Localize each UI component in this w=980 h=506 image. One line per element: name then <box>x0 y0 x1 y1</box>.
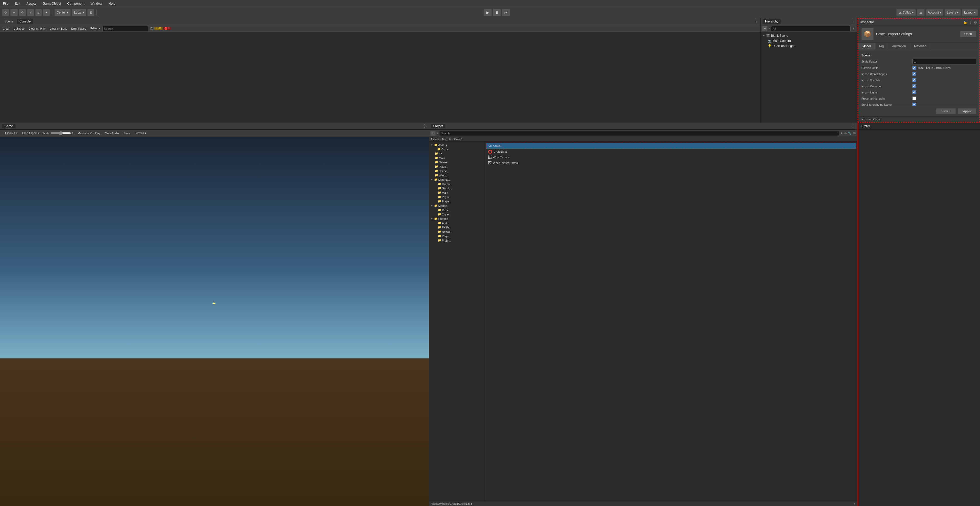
layers-btn[interactable]: Layers ▾ <box>945 9 961 16</box>
hierarchy-scene[interactable]: ▼ 🎬 Blank Scene <box>760 33 857 38</box>
tree-crate2-folder[interactable]: 📁 Crate... <box>429 212 485 216</box>
account-btn[interactable]: Account ▾ <box>926 9 944 16</box>
scale-slider[interactable] <box>51 131 71 135</box>
collapse-btn[interactable]: Collapse <box>12 26 26 32</box>
menu-gameobject[interactable]: GameObject <box>41 1 62 6</box>
hierarchy-options-icon[interactable]: ⋮ <box>852 26 856 31</box>
breadcrumb-assets[interactable]: Assets <box>431 138 439 141</box>
file-crate1mat[interactable]: ⭕ Crate1Mat <box>486 149 856 154</box>
project-add-btn[interactable]: + <box>430 131 436 136</box>
tree-player[interactable]: 📁 Playe... <box>429 164 485 169</box>
inspector-menu-icon[interactable]: ⋮ <box>969 20 972 24</box>
import-cameras-checkbox[interactable] <box>912 84 916 88</box>
hierarchy-directional-light[interactable]: 💡 Directional Light <box>760 43 857 48</box>
project-add-dropdown-icon[interactable]: ▾ <box>437 132 438 135</box>
menu-assets[interactable]: Assets <box>25 1 37 6</box>
lock-icon[interactable]: 🔒 <box>963 20 967 24</box>
tree-gun-assets[interactable]: 📁 Gun A... <box>429 186 485 191</box>
stats-btn[interactable]: Stats <box>122 130 132 136</box>
file-wood-texture-normal[interactable]: 🖼 WoodTextureNormal <box>486 160 856 166</box>
tree-network[interactable]: 📁 Netwo... <box>429 160 485 164</box>
clear-btn[interactable]: Clear <box>1 26 11 32</box>
tab-game[interactable]: Game <box>2 124 16 129</box>
project-view-mode[interactable]: 10 <box>853 132 856 135</box>
display-dropdown-btn[interactable]: Display 1 ▾ <box>2 130 19 136</box>
apply-btn[interactable]: Apply <box>958 108 976 115</box>
pivot-btn[interactable]: Center ▾ <box>54 9 71 16</box>
gizmos-btn[interactable]: Gizmos ▾ <box>133 130 148 136</box>
tree-scene[interactable]: 📁 Scene... <box>429 169 485 173</box>
clear-on-build-btn[interactable]: Clear on Build <box>48 26 69 32</box>
transform-tool-3[interactable]: ⤢ <box>27 9 34 16</box>
menu-edit[interactable]: Edit <box>14 1 21 6</box>
tree-fx-prefabs[interactable]: 📁 FX Pr... <box>429 225 485 229</box>
tab-scene[interactable]: Scene <box>2 19 16 24</box>
transform-tool-1[interactable]: ↔ <box>10 9 18 16</box>
project-options-2[interactable]: 🔧 <box>848 132 852 135</box>
console-panel-options[interactable]: ⋮ <box>754 19 758 24</box>
error-pause-btn[interactable]: Error Pause <box>69 26 88 32</box>
menu-component[interactable]: Component <box>66 1 85 6</box>
aspect-dropdown-btn[interactable]: Free Aspect ▾ <box>21 130 41 136</box>
tab-animation[interactable]: Animation <box>888 43 910 49</box>
step-button[interactable]: ⏭ <box>502 9 510 16</box>
tree-grenades[interactable]: 📁 Grena... <box>429 182 485 186</box>
console-search-input[interactable] <box>102 26 148 31</box>
tree-player-prefabs[interactable]: 📁 Playe... <box>429 234 485 238</box>
project-options-1[interactable]: ⊙ <box>844 132 847 135</box>
hierarchy-options[interactable]: ⋮ <box>851 19 855 24</box>
play-button[interactable]: ▶ <box>484 9 492 16</box>
tree-network-prefabs[interactable]: 📁 Netwo... <box>429 229 485 234</box>
file-crate1[interactable]: 🗂 Crate1 <box>486 143 856 149</box>
mute-audio-btn[interactable]: Mute Audio <box>103 130 121 136</box>
import-blendshapes-checkbox[interactable] <box>912 72 916 76</box>
tree-crate1-folder[interactable]: 📁 Crate... <box>429 208 485 212</box>
menu-window[interactable]: Window <box>89 1 103 6</box>
menu-help[interactable]: Help <box>107 1 116 6</box>
tab-model[interactable]: Model <box>858 43 875 49</box>
open-btn[interactable]: Open <box>960 31 976 37</box>
import-lights-checkbox[interactable] <box>912 91 916 94</box>
tree-prefabs[interactable]: ▼ 📁 Prefabs <box>429 216 485 221</box>
scale-factor-input[interactable] <box>912 59 976 64</box>
favorites-icon[interactable]: ★ <box>840 131 843 135</box>
file-wood-texture[interactable]: 🖼 WoodTexture <box>486 154 856 160</box>
breadcrumb-models[interactable]: Models <box>442 138 451 141</box>
tree-materials-main[interactable]: 📁 Main <box>429 191 485 195</box>
tree-assets[interactable]: ▼ 📁 Assets <box>429 143 485 147</box>
transform-tool-2[interactable]: ⟳ <box>19 9 26 16</box>
hierarchy-main-camera[interactable]: 📷 Main Camera <box>760 38 857 43</box>
editor-dropdown-btn[interactable]: Editor ▾ <box>89 26 102 32</box>
tab-materials[interactable]: Materials <box>910 43 931 49</box>
global-btn[interactable]: Local ▾ <box>72 9 86 16</box>
tree-materials[interactable]: ▼ 📁 Material... <box>429 177 485 182</box>
tree-main[interactable]: 📁 Main <box>429 156 485 160</box>
hierarchy-dropdown-icon[interactable]: ▾ <box>768 27 770 30</box>
grid-btn[interactable]: ⊞ <box>87 9 94 16</box>
breadcrumb-crate1[interactable]: Crate1 <box>454 138 463 141</box>
collab-btn[interactable]: ☁ Collab ▾ <box>896 9 916 16</box>
preserve-hierarchy-checkbox[interactable] <box>912 97 916 100</box>
game-panel-options[interactable]: ⋮ <box>423 124 427 129</box>
project-bottom-slider[interactable]: ● <box>853 502 855 505</box>
cloud-btn[interactable]: ☁ <box>917 9 924 16</box>
revert-btn[interactable]: Revert <box>936 108 956 115</box>
project-search-input[interactable] <box>439 131 839 136</box>
transform-tool-0[interactable]: ⊹ <box>2 9 9 16</box>
convert-units-checkbox[interactable] <box>912 66 916 70</box>
tree-weapons[interactable]: 📁 Weap... <box>429 173 485 177</box>
hierarchy-add-btn[interactable]: + <box>762 26 767 31</box>
tree-fx[interactable]: 📁 FX <box>429 151 485 156</box>
tree-audio[interactable]: 📁 Audio <box>429 221 485 225</box>
tree-player-mats[interactable]: 📁 Playe... <box>429 199 485 204</box>
tree-models[interactable]: ▼ 📁 Models <box>429 204 485 208</box>
hierarchy-search-input[interactable] <box>771 26 851 31</box>
inspector-settings-icon[interactable]: ⚙ <box>974 20 977 24</box>
tab-console[interactable]: Console <box>17 19 33 24</box>
layout-btn[interactable]: Layout ▾ <box>962 9 978 16</box>
tree-project[interactable]: 📁 Proje... <box>429 238 485 242</box>
tab-rig[interactable]: Rig <box>875 43 888 49</box>
menu-file[interactable]: File <box>2 1 10 6</box>
import-visibility-checkbox[interactable] <box>912 78 916 82</box>
pause-button[interactable]: ⏸ <box>493 9 501 16</box>
